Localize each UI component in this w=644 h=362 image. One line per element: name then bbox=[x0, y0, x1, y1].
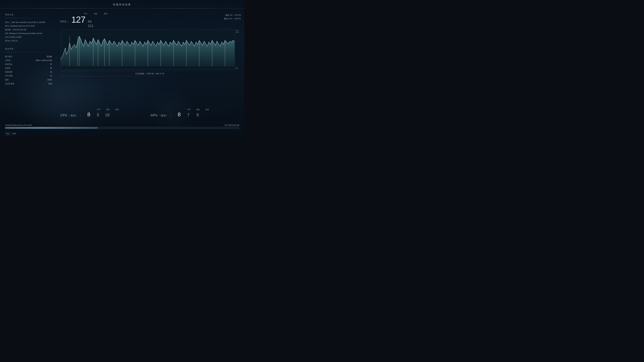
cpu-max-value: 19 bbox=[103, 113, 112, 117]
cpu-header-row: 平均 最低 最高 bbox=[60, 108, 150, 111]
fps-stats: 平均 最低 最高 FPS： 127 54 211 bbox=[60, 12, 241, 28]
gpu-block: 平均 最低 最高 GPU （毫秒） ： 8 7 9 bbox=[150, 108, 241, 118]
low01pct-stat: 最低 0.1%： 66 FPS bbox=[224, 17, 241, 20]
fps-labels-row: 平均 最低 最高 bbox=[80, 12, 224, 15]
setting-vsync: 垂直同步 关 bbox=[5, 62, 52, 66]
vram-bar-fill bbox=[5, 127, 98, 129]
fps-label: FPS： bbox=[60, 20, 70, 24]
gpu-max-value: 9 bbox=[193, 113, 202, 117]
setting-fps-limit: FPS 限制 关 bbox=[5, 74, 52, 78]
bottom-bar: Esc 关闭 bbox=[0, 131, 244, 137]
fps-avg-header: 平均 bbox=[80, 12, 90, 15]
gpu-avg-header: 平均 bbox=[184, 108, 193, 111]
cpu-block: 平均 最低 最高 CPU （毫秒） ： 8 5 19 bbox=[60, 108, 150, 118]
chart-fps-label: FPS bbox=[236, 30, 241, 31]
cpu-info: CPU：13th Gen Intel(R) Core(TM) i5-13490F bbox=[5, 20, 52, 24]
game-settings-section: 游戏设置 窗口模式 无边框 分辨率 2560 x 1440 (x1.00) 垂直… bbox=[5, 48, 52, 86]
game-settings-title: 游戏设置 bbox=[5, 48, 52, 50]
setting-fov: 视野 100% bbox=[5, 78, 52, 82]
cpu-avg-header: 平均 bbox=[94, 108, 103, 111]
gpu-max-header: 最高 bbox=[202, 108, 212, 111]
fps-chart bbox=[60, 29, 235, 69]
fps-min-value: 54 bbox=[88, 19, 94, 24]
cpu-colon: ： bbox=[79, 114, 82, 117]
bottom-stats: 平均 最低 最高 CPU （毫秒） ： 8 5 19 bbox=[60, 107, 241, 119]
fps-min-max: 54 211 bbox=[88, 19, 94, 28]
vram-usage: 4767 MB/12026 MB bbox=[224, 124, 239, 126]
monitor-info: 显示器：VX2731-4K-HD bbox=[5, 28, 52, 31]
gpu-header-row: 平均 最低 最高 bbox=[150, 108, 241, 111]
vram-header: VRAM (NVIDIA GeForce RTX 4070) 4767 MB/1… bbox=[5, 124, 239, 126]
chart-min-label: 54 bbox=[236, 67, 241, 69]
settings-table: 窗口模式 无边框 分辨率 2560 x 1440 (x1.00) 垂直同步 关 … bbox=[5, 55, 52, 86]
vram-section: VRAM (NVIDIA GeForce RTX 4070) 4767 MB/1… bbox=[0, 123, 244, 131]
setting-aa: 反锯齿 高 bbox=[5, 66, 52, 70]
chart-max-label: 211 bbox=[236, 31, 241, 33]
system-info-section: 系统信息 CPU：13th Gen Intel(R) Core(TM) i5-1… bbox=[5, 13, 52, 42]
setting-window-mode: 窗口模式 无边框 bbox=[5, 55, 52, 58]
title-bar: 性能评估结果 bbox=[0, 0, 244, 8]
fps-max-value: 211 bbox=[88, 24, 94, 28]
gpu-label: GPU bbox=[150, 114, 158, 117]
cpu-label: CPU bbox=[60, 114, 67, 117]
fps-min-header: 最低 bbox=[90, 12, 100, 15]
cpu-max-header: 最高 bbox=[112, 108, 122, 111]
fps-right-stats: 最低 1%： 93 FPS 最低 0.1%： 66 FPS bbox=[224, 12, 241, 20]
gpu-colon: ： bbox=[170, 114, 172, 117]
fps-avg-value: 127 bbox=[71, 15, 85, 24]
cpu-min-header: 最低 bbox=[103, 108, 112, 111]
system-info-title: 系统信息 bbox=[5, 13, 52, 16]
gpu-avg-value: 8 bbox=[174, 111, 184, 118]
fps-values-row: FPS： 127 54 211 bbox=[60, 15, 224, 28]
os-info: OS: Windows 10 Enterprise Edition 64-bit… bbox=[5, 31, 52, 39]
esc-button[interactable]: Esc bbox=[5, 132, 11, 135]
vram-bar-container bbox=[5, 127, 239, 129]
right-panel: 平均 最低 最高 FPS： 127 54 211 bbox=[57, 12, 244, 120]
cpu-values-row: CPU （毫秒） ： 8 5 19 bbox=[60, 111, 150, 118]
setting-resolution: 分辨率 2560 x 1440 (x1.00) bbox=[5, 58, 52, 62]
gpu-info: GPU: NVIDIA GeForce RTX 4070 bbox=[5, 24, 52, 28]
low1pct-stat: 最低 1%： 93 FPS bbox=[224, 13, 241, 17]
main-container: 性能评估结果 系统信息 CPU：13th Gen Intel(R) Core(T… bbox=[0, 0, 244, 137]
fps-max-header: 最高 bbox=[100, 12, 111, 15]
content-area: 系统信息 CPU：13th Gen Intel(R) Core(TM) i5-1… bbox=[0, 8, 244, 123]
close-label[interactable]: 关闭 bbox=[12, 132, 16, 135]
setting-adaptive-quality: 自适应质量 关闭 bbox=[5, 82, 52, 86]
cpu-unit: （毫秒） bbox=[68, 114, 78, 117]
setting-quality: 画面质量 高 bbox=[5, 70, 52, 74]
gpu-min-header: 最低 bbox=[193, 108, 202, 111]
chart-separator bbox=[60, 76, 241, 76]
gpu-values-row: GPU （毫秒） ： 8 7 9 bbox=[150, 111, 241, 118]
rendered-frames: 已渲染帧数：10805 帧，耗时 57 秒。 bbox=[60, 72, 241, 75]
vram-label: VRAM (NVIDIA GeForce RTX 4070) bbox=[5, 124, 32, 126]
fps-main-block: 平均 最低 最高 FPS： 127 54 211 bbox=[60, 12, 224, 28]
gpu-unit: （毫秒） bbox=[158, 114, 168, 117]
fps-chart-container: FPS 211 54 已渲染帧数：10805 帧，耗时 57 秒。 bbox=[60, 29, 241, 105]
gpu-min-value: 7 bbox=[184, 113, 193, 117]
page-title: 性能评估结果 bbox=[113, 3, 131, 6]
driver-info: Driver: 531.61 bbox=[5, 39, 52, 42]
cpu-avg-value: 8 bbox=[84, 111, 94, 118]
left-panel: 系统信息 CPU：13th Gen Intel(R) Core(TM) i5-1… bbox=[0, 12, 57, 120]
cpu-min-value: 5 bbox=[94, 113, 103, 117]
